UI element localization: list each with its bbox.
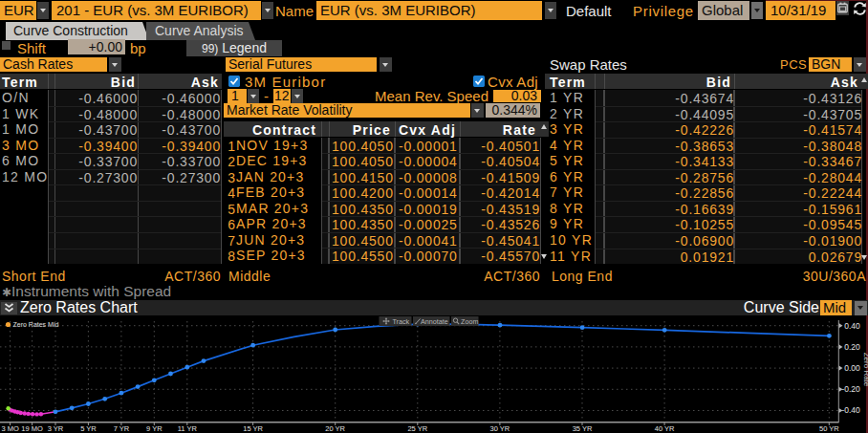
svg-text:Zero Rate: Zero Rate (862, 353, 868, 387)
svg-text:50 YR: 50 YR (819, 424, 839, 433)
svg-text:Track: Track (393, 317, 410, 326)
svg-text:9 YR: 9 YR (146, 424, 163, 433)
svg-text:25 YR: 25 YR (407, 424, 427, 433)
svg-text:Zoom: Zoom (461, 317, 478, 326)
svg-text:-0.20: -0.20 (841, 384, 860, 394)
svg-text:19 MO: 19 MO (21, 424, 43, 433)
svg-text:0.20: 0.20 (844, 342, 860, 352)
svg-text:3 MO: 3 MO (2, 424, 20, 433)
svg-text:0.40: 0.40 (844, 321, 860, 331)
svg-text:11 YR: 11 YR (178, 424, 198, 433)
svg-text:-0.40: -0.40 (841, 405, 860, 415)
svg-text:3 YR: 3 YR (48, 424, 64, 433)
svg-text:Zero Rates Mid: Zero Rates Mid (13, 321, 59, 328)
svg-text:30 YR: 30 YR (490, 424, 510, 433)
svg-text:7 YR: 7 YR (114, 424, 130, 433)
svg-text:5 YR: 5 YR (80, 424, 97, 433)
svg-text:0.00: 0.00 (844, 363, 860, 373)
svg-text:20 YR: 20 YR (325, 424, 345, 433)
svg-text:15 YR: 15 YR (243, 424, 263, 433)
svg-text:40 YR: 40 YR (655, 424, 675, 433)
svg-text:35 YR: 35 YR (573, 424, 593, 433)
svg-text:Annotate: Annotate (421, 317, 448, 326)
